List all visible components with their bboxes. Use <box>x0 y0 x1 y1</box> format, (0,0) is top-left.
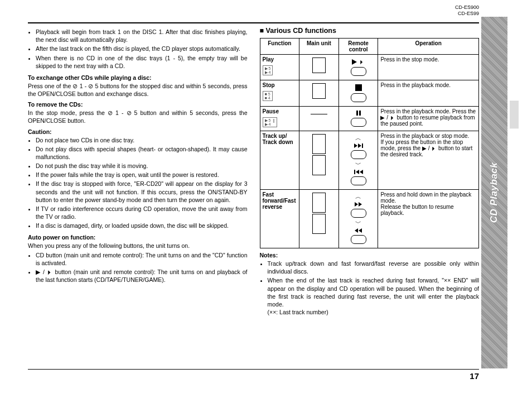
footer-rule <box>28 369 479 370</box>
fn-name: Stop <box>263 82 297 88</box>
main-unit-cell <box>299 190 339 248</box>
prev-track-icon <box>354 170 363 174</box>
auto-intro: When you press any of the following butt… <box>28 242 248 250</box>
list-item: Track up/track down and fast forward/fas… <box>268 260 480 275</box>
th-main-unit: Main unit <box>299 39 339 55</box>
list-item: If the power fails while the tray is ope… <box>36 171 248 179</box>
op-cell: Press and hold down in the playback mode… <box>378 190 479 248</box>
side-thumb-index <box>510 100 519 128</box>
table-row: Play ▶ 5▶ 4 ⏵ Press in the stop mode. <box>260 55 479 80</box>
auto-heading: Auto power on function: <box>28 234 248 241</box>
mainunit-diagram <box>312 57 326 73</box>
fn-cell: Stop ■ 5■ 4 <box>260 80 299 107</box>
table-row: Track up/ Track down ︿ ﹀ <box>260 131 479 190</box>
mainunit-diagram <box>312 214 326 234</box>
table-row: Pause ▶ 5 ‖▶ 4 Press in the playback mod… <box>260 107 479 131</box>
fn-name: Play <box>263 56 297 63</box>
oval-button-icon <box>351 176 366 185</box>
list-item: ▶ / ⏵ button (main unit and remote contr… <box>36 268 248 284</box>
mainunit-line <box>311 114 327 114</box>
remote-cell <box>338 107 378 131</box>
chevron-down-icon: ﹀ <box>355 220 361 226</box>
mainunit-diagram <box>312 83 326 99</box>
fn-cell: Track up/ Track down <box>260 131 299 190</box>
mini-label: ▶ 5▶ 4 <box>263 65 273 75</box>
list-item: Playback will begin from track 1 on the … <box>36 28 248 44</box>
table-row: Stop ■ 5■ 4 Press in the playback mode. <box>260 80 479 107</box>
list-item: CD button (main unit and remote control)… <box>36 251 248 267</box>
right-column: Various CD functions Function Main unit … <box>260 27 480 320</box>
list-item: If a disc is damaged, dirty, or loaded u… <box>36 222 248 229</box>
table-header-row: Function Main unit Remote control Operat… <box>260 39 479 55</box>
remove-text: In the stop mode, press the ⊘ 1 - ⊘ 5 bu… <box>28 109 248 124</box>
mainunit-diagram <box>312 193 326 213</box>
main-unit-cell <box>299 107 339 131</box>
oval-button-icon <box>351 67 366 76</box>
side-tab-label: CD Playback <box>489 162 500 223</box>
oval-button-icon <box>351 150 366 159</box>
remove-heading: To remove the CDs: <box>28 101 248 108</box>
mini-label: ■ 5■ 4 <box>263 91 273 101</box>
table-row: Fast forward/Fast reverse ︿ ﹀ <box>260 190 479 248</box>
exchange-heading: To exchange other CDs while playing a di… <box>28 74 248 81</box>
oval-button-icon <box>351 235 366 244</box>
side-tab: CD Playback <box>481 17 507 368</box>
th-operation: Operation <box>378 39 479 55</box>
notes-heading: Notes: <box>260 252 480 258</box>
left-column: Playback will begin from track 1 on the … <box>28 27 248 320</box>
fn-cell: Play ▶ 5▶ 4 <box>260 55 299 80</box>
notes-bullets: Track up/track down and fast forward/fas… <box>260 260 480 316</box>
remote-cell: ︿ ﹀ <box>338 131 378 190</box>
oval-button-icon <box>351 118 366 127</box>
fast-reverse-icon <box>355 228 362 233</box>
op-cell: Press in the playback mode. Press the ▶ … <box>378 107 479 131</box>
op-cell: Press in the stop mode. <box>378 55 479 80</box>
oval-button-icon <box>351 93 366 102</box>
model-2: CD-ES99 <box>455 11 479 17</box>
main-unit-cell <box>299 131 339 190</box>
remote-cell: ⏵ <box>338 55 378 80</box>
list-item: When there is no CD in one of the disc t… <box>36 54 248 70</box>
pause-icon <box>356 111 361 116</box>
page-number: 17 <box>470 371 479 381</box>
chevron-up-icon: ︿ <box>355 135 361 141</box>
list-item: After the last track on the fifth disc i… <box>36 45 248 52</box>
mainunit-diagram <box>312 155 326 175</box>
fast-forward-icon <box>355 202 362 207</box>
list-item: If the disc tray is stopped with force, … <box>36 180 248 204</box>
functions-table: Function Main unit Remote control Operat… <box>260 38 480 248</box>
intro-bullets: Playback will begin from track 1 on the … <box>28 28 248 70</box>
auto-bullets: CD button (main unit and remote control)… <box>28 251 248 284</box>
model-1: CD-ES900 <box>455 4 479 11</box>
remote-cell: ︿ ﹀ <box>338 190 378 248</box>
main-unit-cell <box>299 80 339 107</box>
mini-label: ▶ 5 ‖▶ 4 <box>263 117 278 127</box>
remote-cell <box>338 80 378 107</box>
oval-button-icon <box>351 209 366 218</box>
list-item: If TV or radio interference occurs durin… <box>36 205 248 221</box>
caution-bullets: Do not place two CDs in one disc tray. D… <box>28 136 248 230</box>
header-model: CD-ES900 CD-ES99 <box>455 4 479 17</box>
op-cell: Press in the playback or stop mode. If y… <box>378 131 479 190</box>
list-item: Do not place two CDs in one disc tray. <box>36 136 248 144</box>
th-function: Function <box>260 39 299 55</box>
chevron-up-icon: ︿ <box>355 194 361 200</box>
play-repeat-icon: ⏵ <box>352 59 365 65</box>
list-item: Do not push the disc tray while it is mo… <box>36 162 248 170</box>
list-item: When the end of the last track is reache… <box>268 276 480 316</box>
list-item: Do not play discs with special shapes (h… <box>36 145 248 161</box>
fn-name: Pause <box>263 108 297 114</box>
chevron-down-icon: ﹀ <box>355 161 361 167</box>
stop-icon <box>355 84 362 91</box>
th-remote: Remote control <box>338 39 378 55</box>
caution-heading: Caution: <box>28 128 248 135</box>
exchange-text: Press one of the ⊘ 1 - ⊘ 5 buttons for t… <box>28 82 248 98</box>
main-unit-cell <box>299 55 339 80</box>
fn-cell: Pause ▶ 5 ‖▶ 4 <box>260 107 299 131</box>
top-rule <box>28 22 479 23</box>
fn-cell: Fast forward/Fast reverse <box>260 190 299 248</box>
section-title: Various CD functions <box>260 27 480 35</box>
op-cell: Press in the playback mode. <box>378 80 479 107</box>
mainunit-diagram <box>312 134 326 154</box>
next-track-icon <box>354 143 363 148</box>
